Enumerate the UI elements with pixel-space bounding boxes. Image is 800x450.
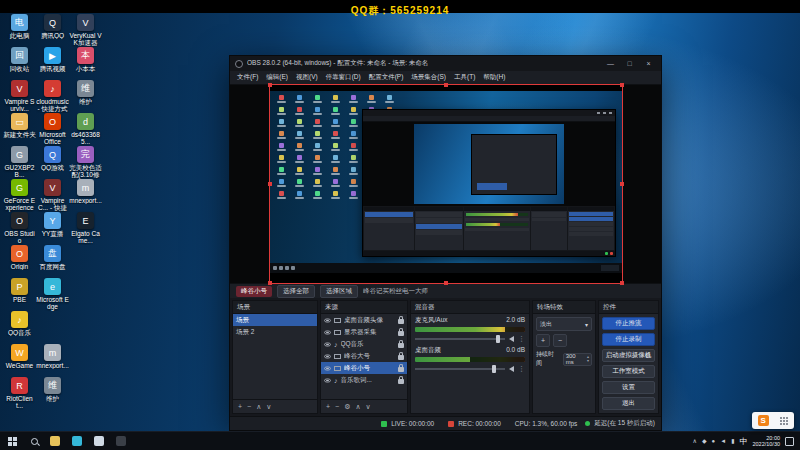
obs-titlebar[interactable]: OBS 28.0.2 (64-bit, windows) - 配置文件: 未命名…	[230, 56, 661, 71]
desktop-icon[interactable]: YYY直播	[36, 212, 69, 237]
desktop-icon[interactable]: ♪cloudmusic - 快捷方式	[36, 80, 69, 113]
menu-item[interactable]: 配置文件(P)	[365, 73, 408, 82]
desktop-icon[interactable]: dds4633685...	[69, 113, 102, 146]
desktop-icon[interactable]: 维维护	[36, 377, 69, 402]
close-button[interactable]: ×	[641, 56, 656, 71]
desktop-icon[interactable]: OMicrosoft Office	[36, 113, 69, 146]
desktop-icon[interactable]: OOBS Studio	[3, 212, 36, 245]
lock-icon[interactable]	[398, 355, 404, 360]
lock-icon[interactable]	[398, 379, 404, 384]
source-item[interactable]: 桌面音频头像	[321, 314, 407, 326]
taskbar-app-edge[interactable]	[66, 432, 88, 450]
taskbar-app-obs[interactable]	[110, 432, 132, 450]
desktop-icon[interactable]: WWeGame	[3, 344, 36, 369]
control-button[interactable]: 停止推流	[602, 317, 655, 330]
volume-tray-icon[interactable]: ◄	[720, 438, 726, 444]
menu-item[interactable]: 工具(T)	[450, 73, 479, 82]
visibility-eye-icon[interactable]	[324, 318, 331, 322]
selection-handle[interactable]	[620, 83, 624, 87]
move-source-up-button[interactable]: ∧	[355, 403, 360, 411]
mixer-menu-icon[interactable]: ⋮	[518, 365, 525, 372]
selection-handle[interactable]	[268, 83, 272, 87]
desktop-icon[interactable]: GGU2XBP2B...	[3, 146, 36, 179]
select-region-button[interactable]: 选择区域	[320, 285, 358, 298]
nvidia-tray-icon[interactable]: ◆	[702, 438, 707, 444]
source-item[interactable]: 峰谷大号	[321, 350, 407, 362]
desktop-icon[interactable]: mmnexport...	[36, 344, 69, 369]
source-properties-icon[interactable]: ⚙	[344, 403, 350, 411]
control-button[interactable]: 启动虚拟摄像机⚙	[602, 349, 655, 362]
lock-icon[interactable]	[398, 343, 404, 348]
selection-handle[interactable]	[268, 182, 272, 186]
source-item[interactable]: 峰谷小号	[321, 362, 407, 374]
start-button[interactable]	[0, 432, 24, 450]
desktop-icon[interactable]: 回回收站	[3, 47, 36, 72]
desktop-icon[interactable]: 盘百度网盘	[36, 245, 69, 270]
menu-item[interactable]: 帮助(H)	[479, 73, 509, 82]
taskbar-search-button[interactable]	[24, 432, 44, 450]
visibility-eye-icon[interactable]	[324, 330, 331, 334]
desktop-icon[interactable]: 本小本本	[69, 47, 102, 72]
visibility-eye-icon[interactable]	[324, 378, 331, 382]
control-button[interactable]: 工作室模式	[602, 365, 655, 378]
spinner-arrows-icon[interactable]: ▴▾	[587, 355, 589, 363]
menu-item[interactable]: 视图(V)	[292, 73, 322, 82]
volume-slider-track[interactable]	[415, 338, 505, 340]
desktop-icon[interactable]: 维维护	[69, 80, 102, 105]
hidden-icons-icon[interactable]: ∧	[693, 438, 697, 444]
move-scene-up-button[interactable]: ∧	[256, 403, 261, 411]
captured-display-source[interactable]: QQ群：565259214	[270, 85, 622, 283]
taskbar-app-qq[interactable]	[88, 432, 110, 450]
minimize-button[interactable]: —	[603, 56, 618, 71]
scene-item[interactable]: 场景	[233, 314, 317, 326]
desktop-icon[interactable]: PPBE	[3, 278, 36, 303]
desktop-icon[interactable]: ▶腾讯视频	[36, 47, 69, 72]
obs-preview[interactable]: QQ群：565259214	[230, 85, 661, 283]
remove-transition-button[interactable]: −	[553, 334, 567, 347]
taskbar-clock[interactable]: 20:00 2022/10/30	[752, 435, 780, 447]
desktop-icon[interactable]: eMicrosoft Edge	[36, 278, 69, 311]
control-button[interactable]: 退出	[602, 397, 655, 410]
select-all-button[interactable]: 选择全部	[277, 285, 315, 298]
desktop-icon[interactable]: VVampireC... - 快捷方式	[36, 179, 69, 212]
move-source-down-button[interactable]: ∨	[366, 403, 371, 411]
ime-logo-icon[interactable]: S	[758, 415, 769, 426]
desktop-icon[interactable]: Q腾讯QQ	[36, 14, 69, 39]
selection-handle[interactable]	[268, 281, 272, 285]
remove-source-button[interactable]: −	[335, 403, 339, 410]
selection-handle[interactable]	[620, 182, 624, 186]
volume-slider[interactable]: ⋮	[415, 334, 525, 343]
add-scene-button[interactable]: +	[238, 403, 242, 410]
speaker-icon[interactable]	[509, 336, 514, 342]
control-button[interactable]: 设置	[602, 381, 655, 394]
source-item[interactable]: ♪QQ音乐	[321, 338, 407, 350]
desktop-icon[interactable]: EElgato Came...	[69, 212, 102, 245]
move-scene-down-button[interactable]: ∨	[266, 403, 271, 411]
menu-item[interactable]: 场景集合(S)	[407, 73, 450, 82]
taskbar-app-explorer[interactable]	[44, 432, 66, 450]
ime-toolbar[interactable]: S	[752, 412, 794, 429]
scene-item[interactable]: 场景 2	[233, 326, 317, 338]
maximize-button[interactable]: □	[622, 56, 637, 71]
add-transition-button[interactable]: +	[536, 334, 550, 347]
menu-item[interactable]: 文件(F)	[233, 73, 262, 82]
remove-scene-button[interactable]: −	[247, 403, 251, 410]
mixer-menu-icon[interactable]: ⋮	[518, 335, 525, 342]
desktop-icon[interactable]: ♪QQ音乐	[3, 311, 36, 336]
desktop-icon[interactable]: VVeryKual VK加速器	[69, 14, 102, 47]
volume-slider-track[interactable]	[415, 368, 505, 370]
ime-indicator[interactable]: 中	[739, 436, 747, 447]
visibility-eye-icon[interactable]	[324, 342, 331, 346]
desktop-icon[interactable]: RRiotClient...	[3, 377, 36, 410]
selection-handle[interactable]	[620, 281, 624, 285]
gear-icon[interactable]: ⚙	[645, 352, 651, 360]
visibility-eye-icon[interactable]	[324, 354, 331, 358]
control-button[interactable]: 停止录制	[602, 333, 655, 346]
desktop-icon[interactable]: mmnexport...	[69, 179, 102, 204]
notification-center-icon[interactable]	[785, 437, 794, 446]
lock-icon[interactable]	[398, 331, 404, 336]
speaker-icon[interactable]	[509, 366, 514, 372]
volume-slider-knob[interactable]	[492, 365, 496, 373]
ime-grid-icon[interactable]	[780, 417, 788, 425]
visibility-eye-icon[interactable]	[324, 366, 331, 370]
